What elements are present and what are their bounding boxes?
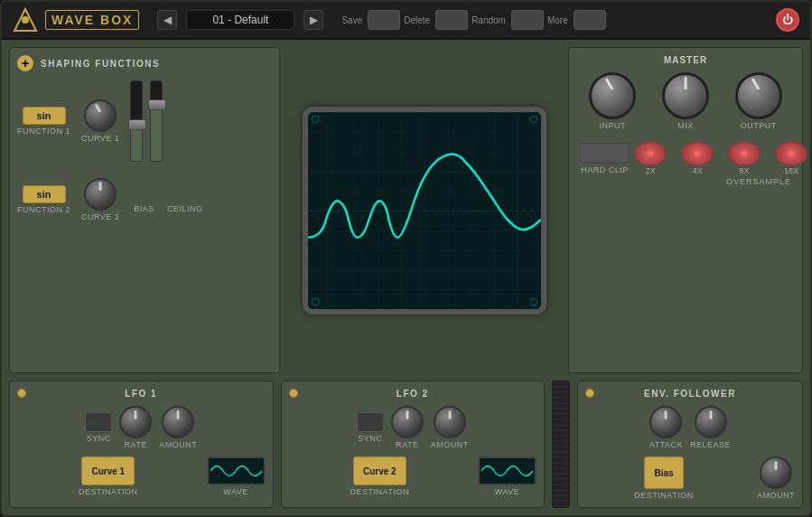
env-indicator [585, 389, 594, 398]
logo-area: WAVE BOX [13, 7, 139, 33]
lfo2-panel: LFO 2 SYNC RATE AMOUNT Curve 2 DE [281, 381, 546, 508]
lfo2-indicator [289, 389, 298, 398]
bottom-row: LFO 1 SYNC RATE AMOUNT Curve 1 DE [2, 381, 810, 515]
lfo2-wave-label: WAVE [495, 487, 520, 496]
svg-point-1 [22, 16, 29, 24]
env-attack-knob[interactable] [649, 406, 682, 438]
env-controls: ATTACK RELEASE [585, 406, 795, 449]
x4-label: 4X [677, 166, 718, 175]
master-knobs-row: INPUT MIX OUTPUT [576, 72, 795, 130]
function1-label: FUNCTION 1 [17, 127, 70, 136]
oversample-row: HARD CLIP 2X 4X 8X [576, 141, 795, 175]
bias-slider-label: BIAS [134, 204, 154, 213]
lfo1-indicator [17, 389, 26, 398]
curve2-label: CURVE 2 [81, 212, 119, 221]
curve1-label: CURVE 1 [81, 134, 119, 143]
lfo1-destination-label: DESTINATION [79, 487, 137, 496]
env-amount-label: AMOUNT [757, 491, 795, 500]
lfo1-controls: SYNC RATE AMOUNT [17, 406, 266, 449]
bias-slider[interactable] [130, 80, 143, 162]
lfo2-bottom: Curve 2 DESTINATION WAVE [289, 456, 537, 496]
lfo1-panel: LFO 1 SYNC RATE AMOUNT Curve 1 DE [9, 381, 274, 508]
lfo2-destination-button[interactable]: Curve 2 [353, 456, 406, 485]
function1-button[interactable]: sin [23, 107, 66, 125]
random-button[interactable] [511, 10, 544, 30]
x16-label: 16X [770, 166, 812, 175]
delete-label-text: Delete [404, 15, 430, 25]
lfo2-wave-group: WAVE [478, 456, 537, 496]
preset-name: 01 - Default [186, 10, 294, 30]
shaping-row-1: sin FUNCTION 1 CURVE 1 [17, 80, 272, 162]
x2-label: 2X [630, 166, 671, 175]
master-panel: MASTER INPUT MIX OUTPUT [568, 47, 803, 373]
toolbar-buttons: Save Delete Random More [341, 10, 605, 30]
x2-oversample-button[interactable] [634, 141, 667, 166]
env-amount-knob[interactable] [760, 456, 792, 489]
main-content: + SHAPING FUNCTIONS sin FUNCTION 1 CURVE… [2, 40, 810, 381]
curve2-knob-group: CURVE 2 [81, 178, 119, 221]
top-bar: WAVE BOX ◀ 01 - Default ▶ Save Delete Ra… [2, 2, 810, 40]
input-label: INPUT [600, 121, 627, 130]
mix-knob[interactable] [662, 72, 709, 119]
x16-oversample-button[interactable] [775, 141, 807, 166]
more-button[interactable] [574, 10, 606, 30]
shaping-header: + SHAPING FUNCTIONS [17, 55, 272, 71]
grille-spacer [552, 381, 570, 508]
oversample-section: HARD CLIP 2X 4X 8X [576, 141, 795, 186]
function2-button[interactable]: sin [23, 185, 66, 203]
power-button[interactable]: ⏻ [776, 8, 799, 32]
hard-clip-button[interactable] [580, 143, 630, 163]
output-knob-group: OUTPUT [735, 72, 782, 130]
add-function-button[interactable]: + [17, 55, 33, 71]
lfo1-amount-knob[interactable] [162, 406, 194, 438]
lfo1-sync-button[interactable] [85, 412, 112, 432]
plugin-container: WAVE BOX ◀ 01 - Default ▶ Save Delete Ra… [0, 0, 812, 517]
hard-clip-label: HARD CLIP [581, 165, 629, 174]
output-label: OUTPUT [741, 121, 777, 130]
oscilloscope-panel [287, 47, 561, 373]
oscilloscope [303, 107, 546, 315]
lfo1-wave-label: WAVE [223, 487, 248, 496]
mix-knob-group: MIX [662, 72, 709, 130]
x4-oversample-button[interactable] [681, 141, 714, 166]
app-title: WAVE BOX [45, 10, 139, 30]
lfo2-destination-group: Curve 2 DESTINATION [289, 456, 471, 496]
function2-label: FUNCTION 2 [17, 205, 70, 214]
lfo2-rate-group: RATE [391, 406, 424, 449]
next-preset-button[interactable]: ▶ [303, 10, 323, 30]
env-release-knob[interactable] [695, 406, 727, 438]
output-knob[interactable] [735, 72, 782, 119]
lfo1-destination-group: Curve 1 DESTINATION [17, 456, 200, 496]
save-button[interactable] [368, 10, 400, 30]
ceiling-slider[interactable] [150, 80, 163, 162]
lfo2-rate-knob[interactable] [391, 406, 424, 438]
curve1-knob[interactable] [84, 99, 117, 132]
lfo1-destination-button[interactable]: Curve 1 [81, 456, 135, 485]
lfo1-title: LFO 1 [17, 389, 266, 399]
env-follower-panel: ENV. FOLLOWER ATTACK RELEASE Bias DESTIN… [577, 381, 803, 508]
curve1-knob-group: CURVE 1 [81, 99, 119, 143]
env-destination-label: DESTINATION [634, 491, 693, 500]
env-release-label: RELEASE [690, 440, 731, 449]
lfo1-rate-knob[interactable] [119, 406, 152, 438]
lfo2-amount-knob[interactable] [434, 406, 466, 438]
lfo2-sync-button[interactable] [357, 412, 384, 432]
sliders-group [130, 80, 163, 162]
oscilloscope-display [308, 112, 541, 309]
input-knob[interactable] [589, 72, 636, 119]
lfo1-wave-group: WAVE [207, 456, 266, 496]
curve2-knob[interactable] [84, 178, 117, 211]
logo-icon [13, 7, 38, 33]
x8-oversample-button[interactable] [728, 141, 761, 166]
lfo2-amount-group: AMOUNT [431, 406, 469, 449]
lfo2-title: LFO 2 [289, 389, 537, 399]
env-destination-group: Bias DESTINATION [585, 456, 742, 500]
delete-button[interactable] [435, 10, 468, 30]
oversample-title: OVERSAMPLE [576, 177, 795, 186]
ceiling-slider-label: CEILING [167, 204, 203, 213]
more-label-text: More [547, 15, 568, 25]
prev-preset-button[interactable]: ◀ [157, 10, 177, 30]
env-destination-button[interactable]: Bias [644, 456, 683, 489]
lfo2-sync-label: SYNC [358, 434, 382, 443]
lfo2-rate-label: RATE [396, 440, 418, 449]
